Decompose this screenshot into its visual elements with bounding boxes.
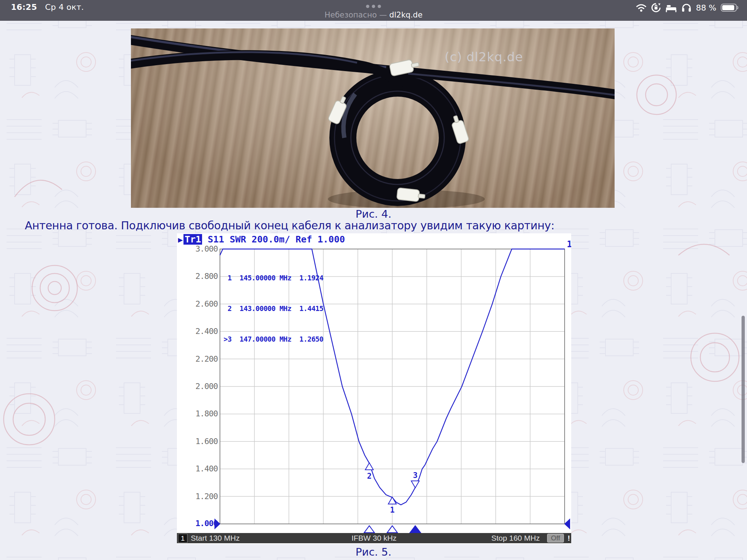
headphones-icon xyxy=(681,3,692,12)
photo-watermark: (c) dl2kq.de xyxy=(445,50,523,64)
marker-number: 3 xyxy=(413,471,418,480)
clock: 16:25 xyxy=(11,3,37,12)
figure4-caption: Рис. 4. xyxy=(0,208,747,220)
trace-number: 1 xyxy=(567,239,571,249)
marker-row: 2 143.00000 MHz 1.4415 xyxy=(224,303,323,314)
ios-status-bar: 16:25Ср 4 окт. Небезопасно — dl2kq.de xyxy=(0,0,747,21)
marker-glyph xyxy=(365,463,374,470)
security-warning-label: Небезопасно — xyxy=(325,11,390,19)
figure5-caption: Рис. 5. xyxy=(0,546,747,558)
alert-indicator: ! xyxy=(568,534,570,542)
battery-icon xyxy=(721,3,739,12)
axis-start-arrow-icon xyxy=(214,518,220,529)
cable-drawing xyxy=(131,28,615,208)
axis-end-arrow-icon xyxy=(564,518,570,529)
ipad-screen: 16:25Ср 4 окт. Небезопасно — dl2kq.de xyxy=(0,0,747,560)
marker-tick xyxy=(387,526,398,533)
active-marker-tick xyxy=(410,526,421,533)
off-button: Off xyxy=(547,534,564,542)
sleep-focus-icon xyxy=(665,3,677,12)
marker-number: 2 xyxy=(367,472,372,481)
marker-readout: 1 145.00000 MHz 1.1924 2 143.00000 MHz 1… xyxy=(224,252,323,365)
tab-overview-dots[interactable] xyxy=(366,5,381,8)
battery-percent: 88 % xyxy=(696,3,716,12)
url-bar-title[interactable]: Небезопасно — dl2kq.de xyxy=(325,11,423,19)
wifi-icon xyxy=(636,3,647,12)
page-scrollbar[interactable] xyxy=(742,316,745,463)
site-domain: dl2kq.de xyxy=(389,11,422,19)
marker-row: >3 147.00000 MHz 1.2650 xyxy=(224,334,323,344)
vna-screenshot: ▶Tr1 S11 SWR 200.0m/ Ref 1.000 3.0002.80… xyxy=(177,233,571,544)
date: Ср 4 окт. xyxy=(45,3,84,12)
status-icons: 88 % xyxy=(636,3,739,12)
rotation-lock-icon xyxy=(651,3,661,12)
choke-balun-photo: (c) dl2kq.de xyxy=(131,28,615,208)
vna-status-bar: 1 Start 130 MHz IFBW 30 kHz Stop 160 MHz… xyxy=(177,533,571,543)
clock-date: 16:25Ср 4 окт. xyxy=(11,3,84,12)
stop-frequency-label: Stop 160 MHz xyxy=(491,534,540,542)
marker-number: 1 xyxy=(390,506,395,514)
marker-glyph xyxy=(411,481,419,488)
marker-tick xyxy=(364,526,375,533)
body-paragraph: Антенна готова. Подключив свободный коне… xyxy=(25,219,572,232)
marker-row: 1 145.00000 MHz 1.1924 xyxy=(224,273,323,283)
